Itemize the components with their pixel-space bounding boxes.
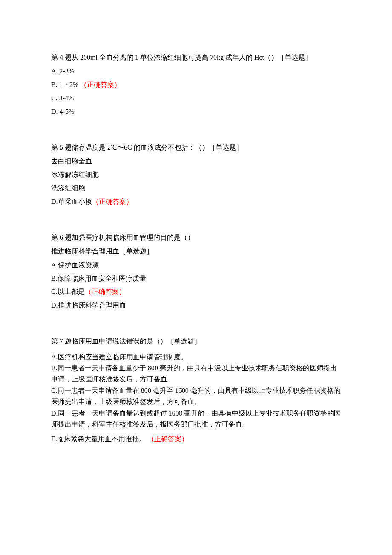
q7-option-c: C.同一患者一天申请备血量在 800 毫升至 1600 毫升的，由具有中级以上专… (51, 385, 341, 408)
question-7: 第 7 题临床用血申请说法错误的是（）［单选题］ A.医疗机构应当建立临床用血申… (51, 335, 341, 446)
q6-question-line2: 推进临床科学合理用血［单选题］ (51, 245, 341, 258)
q6-option-a: A.保护血液资源 (51, 259, 341, 272)
q6-option-c: C.以上都是（正确答案） (51, 285, 341, 298)
q6-option-c-text: C.以上都是 (51, 288, 85, 295)
q7-option-e: E.临床紧急大量用血不用报批。 （正确答案） (51, 433, 341, 445)
q4-option-b: B. 1・2% （正确答案） (51, 78, 341, 91)
q5-option-a: 去白细胞全血 (51, 155, 341, 168)
q5-correct-marker: （正确答案） (92, 198, 133, 205)
q7-option-a: A.医疗机构应当建立临床用血申请管理制度。 (51, 352, 341, 363)
q4-option-a: A. 2-3% (51, 65, 341, 78)
q4-option-b-text: B. 1・2% (51, 81, 80, 88)
q7-correct-marker: （正确答案） (147, 435, 188, 442)
q6-option-b: B.保障临床用血安全和医疗质量 (51, 272, 341, 285)
q4-correct-marker: （正确答案） (80, 81, 121, 88)
question-4: 第 4 题从 200ml 全血分离的 1 单位浓缩红细胞可提高 70kg 成年人… (51, 51, 341, 118)
q6-option-d: D.推进临床科学合理用血 (51, 299, 341, 312)
question-6: 第 6 题加强医疗机构临床用血管理的目的是（） 推进临床科学合理用血［单选题］ … (51, 231, 341, 312)
question-5: 第 5 题储存温度是 2℃〜6C 的血液成分不包括：（）［单选题］ 去白细胞全血… (51, 141, 341, 208)
q7-option-b: B.同一患者一天申请备血量少于 800 毫升的，由具有中级以上专业技术职务任职资… (51, 363, 341, 385)
q4-question: 第 4 题从 200ml 全血分离的 1 单位浓缩红细胞可提高 70kg 成年人… (51, 51, 341, 64)
q4-option-c: C. 3-4% (51, 92, 341, 105)
q7-question: 第 7 题临床用血申请说法错误的是（）［单选题］ (51, 335, 341, 348)
q5-option-c: 洗涤红细胞 (51, 182, 341, 195)
spacer (51, 325, 341, 335)
q7-option-e-text: E.临床紧急大量用血不用报批。 (51, 435, 147, 442)
q4-option-d: D. 4-5% (51, 105, 341, 118)
spacer (51, 131, 341, 141)
q5-option-d: D.单采血小板（正确答案） (51, 195, 341, 208)
q5-option-b: 冰冻解冻红细胞 (51, 169, 341, 181)
q5-option-d-text: D.单采血小板 (51, 198, 92, 205)
q5-question: 第 5 题储存温度是 2℃〜6C 的血液成分不包括：（）［单选题］ (51, 141, 341, 154)
q6-question-line1: 第 6 题加强医疗机构临床用血管理的目的是（） (51, 231, 341, 244)
q7-option-d: D.同一患者一天申请备血量达到或超过 1600 毫升的，由具有中级以上专业技术职… (51, 408, 341, 430)
spacer (51, 221, 341, 231)
q6-correct-marker: （正确答案） (85, 288, 126, 295)
